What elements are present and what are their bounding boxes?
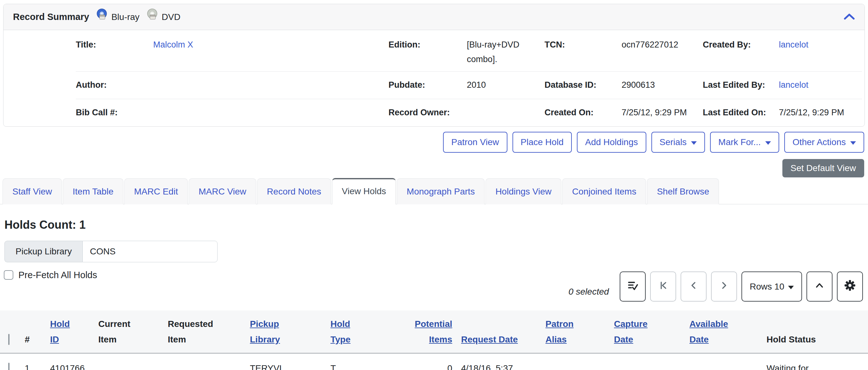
tab-item-table[interactable]: Item Table [63, 178, 123, 205]
add-holdings-button[interactable]: Add Holdings [577, 132, 646, 153]
record-fields-row-3: Bib Call #: Record Owner: Created On: 7/… [76, 99, 862, 126]
grid-toolbar: 0 selected Rows 10 [0, 271, 863, 302]
field-value-last-edited-on: 7/25/12, 9:29 PM [779, 105, 862, 120]
field-label-pubdate: Pubdate: [389, 78, 467, 93]
field-value-record-owner [467, 105, 545, 120]
chevron-left-icon [688, 280, 699, 293]
cell-hold-type: T [326, 353, 381, 370]
hold-row[interactable]: 1 4101766 TERYVL T 0 4/18/16, 5:37 PM Wa… [0, 353, 868, 370]
gear-icon [844, 279, 856, 294]
field-value-edition: [Blu-ray+DVD combo]. [467, 38, 545, 67]
col-requested-item: Requested Item [163, 310, 245, 353]
field-label-author: Author: [76, 78, 153, 93]
tab-marc-edit[interactable]: MARC Edit [124, 178, 188, 205]
field-value-bib-call [153, 105, 389, 120]
tab-shelf-browse[interactable]: Shelf Browse [647, 178, 719, 205]
default-view-row: Set Default View [4, 159, 864, 177]
row-actions-button[interactable] [620, 271, 646, 302]
col-available-date[interactable]: Available Date [685, 310, 762, 353]
tab-holdings-view[interactable]: Holdings View [486, 178, 561, 205]
caret-down-icon [765, 141, 771, 145]
col-current-item: Current Item [94, 310, 163, 353]
holds-count-heading: Holds Count: 1 [4, 215, 868, 234]
first-page-button[interactable] [650, 271, 676, 302]
field-value-title-link[interactable]: Malcolm X [153, 38, 389, 67]
scroll-top-button[interactable] [806, 271, 833, 302]
record-summary-header: Record Summary Blu-ray [3, 4, 865, 30]
col-request-date[interactable]: Request Date [457, 310, 541, 353]
tab-view-holds[interactable]: View Holds [332, 178, 396, 205]
cell-available-date [685, 353, 762, 370]
record-fields-row-1: Title: Malcolm X Edition: [Blu-ray+DVD c… [76, 30, 862, 72]
col-capture-date[interactable]: Capture Date [610, 310, 685, 353]
caret-down-icon [691, 141, 697, 145]
field-label-created-on: Created On: [545, 105, 622, 120]
collapse-summary-button[interactable] [844, 13, 855, 21]
mark-for-dropdown-button[interactable]: Mark For... [710, 132, 779, 153]
record-summary-card: Record Summary Blu-ray [3, 4, 865, 127]
format-badge-bluray-label: Blu-ray [111, 9, 140, 25]
col-hold-status: Hold Status [762, 310, 868, 353]
prefetch-checkbox[interactable] [4, 270, 13, 280]
col-hold-type[interactable]: Hold Type [326, 310, 381, 353]
set-default-view-button[interactable]: Set Default View [782, 159, 865, 177]
holds-grid: # Hold ID Current Item Requested Item Pi… [0, 310, 868, 370]
field-value-tcn: ocn776227012 [622, 38, 703, 67]
record-fields-row-2: Author: Pubdate: 2010 Database ID: 29006… [76, 72, 862, 99]
field-value-created-by-link[interactable]: lancelot [779, 38, 862, 67]
field-value-database-id: 2900613 [622, 78, 703, 93]
serials-dropdown-button[interactable]: Serials [651, 132, 705, 153]
row-select-checkbox[interactable] [8, 363, 9, 370]
tab-marc-view[interactable]: MARC View [189, 178, 256, 205]
field-label-created-by: Created By: [703, 38, 779, 67]
cell-request-date: 4/18/16, 5:37 PM [457, 353, 541, 370]
field-value-last-edited-by-link[interactable]: lancelot [779, 78, 862, 93]
col-potential-items[interactable]: Potential Items [381, 310, 457, 353]
record-summary-title: Record Summary [13, 9, 89, 25]
cell-row-number: 1 [20, 353, 46, 370]
caret-down-icon [788, 286, 794, 289]
record-tabs: Staff View Item Table MARC Edit MARC Vie… [0, 178, 868, 204]
col-patron-alias[interactable]: Patron Alias [541, 310, 610, 353]
bluray-disc-icon [95, 8, 108, 26]
record-actions-row: Patron View Place Hold Add Holdings Seri… [4, 132, 864, 153]
first-page-icon [657, 280, 669, 293]
col-row-number: # [20, 310, 46, 353]
cell-pickup-library: TERYVL [245, 353, 326, 370]
tab-monograph-parts[interactable]: Monograph Parts [397, 178, 485, 205]
tab-staff-view[interactable]: Staff View [3, 178, 62, 205]
col-pickup-library[interactable]: Pickup Library [245, 310, 326, 353]
cell-requested-item [163, 353, 245, 370]
other-actions-dropdown-button[interactable]: Other Actions [784, 132, 864, 153]
field-value-created-on: 7/25/12, 9:29 PM [622, 105, 703, 120]
field-label-title: Title: [76, 38, 153, 67]
pickup-library-label: Pickup Library [4, 241, 83, 262]
field-label-last-edited-on: Last Edited On: [703, 105, 779, 120]
pickup-library-group: Pickup Library [4, 241, 218, 262]
field-label-database-id: Database ID: [545, 78, 622, 93]
prev-page-button[interactable] [681, 271, 707, 302]
cell-patron-alias [541, 353, 610, 370]
caret-down-icon [850, 141, 856, 145]
chevron-up-icon [814, 280, 825, 293]
cell-potential-items: 0 [381, 353, 457, 370]
grid-settings-button[interactable] [837, 271, 863, 302]
field-value-pubdate: 2010 [467, 78, 545, 93]
field-label-record-owner: Record Owner: [389, 105, 467, 120]
format-badge-bluray: Blu-ray [95, 8, 140, 26]
tab-record-notes[interactable]: Record Notes [257, 178, 331, 205]
select-all-checkbox[interactable] [8, 334, 9, 345]
chevron-up-icon [844, 16, 855, 21]
place-hold-button[interactable]: Place Hold [513, 132, 572, 153]
patron-view-button[interactable]: Patron View [443, 132, 507, 153]
col-hold-id[interactable]: Hold ID [46, 310, 94, 353]
chevron-right-icon [718, 280, 730, 293]
pickup-library-input[interactable] [83, 241, 218, 262]
cell-current-item [94, 353, 163, 370]
next-page-button[interactable] [711, 271, 737, 302]
rows-per-page-dropdown[interactable]: Rows 10 [741, 271, 802, 302]
selected-count-label: 0 selected [568, 284, 609, 302]
tab-conjoined-items[interactable]: Conjoined Items [562, 178, 646, 205]
grid-header-row: # Hold ID Current Item Requested Item Pi… [0, 310, 868, 353]
cell-hold-id: 4101766 [46, 353, 94, 370]
